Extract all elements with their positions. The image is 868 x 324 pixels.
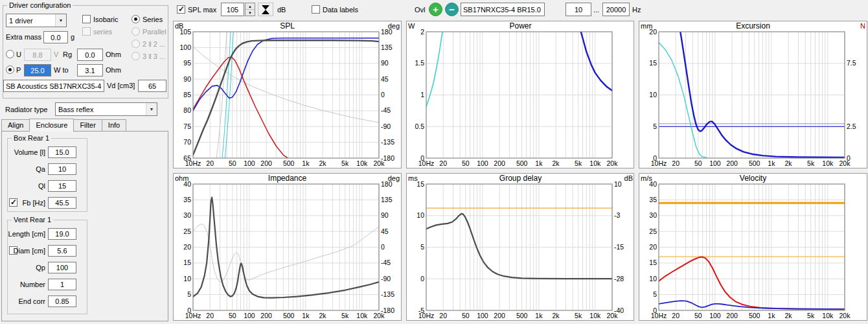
add-overlay-button[interactable]: + (429, 3, 442, 16)
svg-text:75: 75 (183, 122, 191, 130)
stepper-down-icon[interactable]: ▼ (246, 10, 255, 16)
svg-text:200: 200 (260, 159, 272, 167)
end-corr-input[interactable]: 0.85 (48, 295, 76, 307)
svg-text:10k: 10k (356, 159, 368, 167)
power-mode-radio[interactable] (6, 65, 14, 74)
svg-text:Velocity: Velocity (740, 174, 766, 183)
svg-text:45: 45 (381, 75, 389, 83)
w-to-label: W to (54, 66, 69, 74)
stepper-up-icon[interactable]: ▲ (246, 3, 255, 10)
svg-text:500: 500 (516, 312, 528, 319)
radiator-type-select[interactable]: Bass reflex ▼ (55, 102, 157, 116)
driver-name-input[interactable]: SB Acoustics SB17NRXC35-4 (3, 80, 104, 92)
length-input[interactable]: 19.0 (48, 228, 76, 240)
svg-text:35: 35 (183, 196, 191, 203)
series-checkbox (82, 27, 91, 36)
voltage-mode-radio[interactable] (6, 50, 14, 58)
svg-text:1k: 1k (768, 159, 776, 167)
svg-text:90: 90 (381, 211, 389, 219)
vent-rear-group: Vent Rear 1 Length [cm] 19.0 Diam [cm] 5… (7, 220, 87, 314)
enclosure-tab-panel: Box Rear 1 Volume [l] 15.0 Qa 10 Ql 15 F… (1, 131, 168, 321)
qa-input[interactable]: 10 (48, 163, 76, 175)
number-input[interactable]: 1 (48, 279, 76, 290)
parallel-radio (131, 27, 140, 36)
fb-checkbox[interactable] (9, 198, 17, 207)
rg-input[interactable]: 0.0 (77, 49, 103, 61)
group-delay-chart: -5-400-285-1510-3151010Hz20501002005001k… (407, 174, 634, 320)
ql-input[interactable]: 15 (48, 180, 76, 192)
volume-input[interactable]: 15.0 (48, 146, 76, 158)
svg-text:10k: 10k (589, 159, 601, 167)
freq-min-input[interactable]: 10 (565, 3, 591, 16)
isobaric-checkbox[interactable] (82, 15, 91, 23)
svg-text:50: 50 (229, 312, 236, 319)
svg-text:10: 10 (650, 91, 657, 98)
data-labels-checkbox[interactable] (312, 5, 320, 14)
svg-text:20k: 20k (374, 312, 385, 319)
voltage-input: 8.8 (24, 49, 51, 61)
remove-overlay-button[interactable]: − (445, 3, 459, 16)
rg-unit: Ohm (106, 51, 121, 58)
svg-text:-90: -90 (381, 122, 391, 130)
svg-text:2k: 2k (319, 312, 327, 319)
svg-text:deg: deg (388, 174, 400, 182)
spl-max-stepper[interactable]: ▲ ▼ (245, 3, 255, 16)
series-radio-label: Series (143, 16, 163, 23)
spl-vent-output-curve (193, 57, 290, 159)
impedance-chart-panel: 0-1805-13510-9015-4520025453090351354018… (173, 173, 402, 321)
excursion-chart-panel: 0052.510157.52010Hz20501002005001k2k5k10… (639, 21, 867, 168)
radiator-type-label: Radiator type (5, 106, 47, 113)
svg-text:50: 50 (694, 159, 702, 167)
svg-text:200: 200 (727, 312, 738, 319)
three-parallel-radio (131, 52, 140, 60)
svg-text:Impedance: Impedance (268, 174, 307, 183)
tab-enclosure[interactable]: Enclosure (29, 119, 74, 132)
svg-text:50: 50 (229, 159, 236, 167)
svg-text:10: 10 (614, 180, 622, 188)
svg-text:100: 100 (477, 159, 488, 167)
svg-text:15: 15 (650, 59, 657, 67)
freq-max-input[interactable]: 20000 (602, 3, 630, 16)
voltage-mode-label: U (16, 51, 21, 58)
power-input[interactable]: 25.0 (24, 64, 51, 76)
svg-text:50: 50 (462, 159, 470, 167)
driver-count-select[interactable]: 1 driver ▼ (6, 14, 67, 27)
fb-label: Fb [Hz] (18, 199, 45, 207)
excursion-vent-curve (659, 43, 707, 158)
spl-max-input[interactable]: 105 (221, 3, 244, 16)
vd-label: Vd [cm3] (107, 82, 135, 89)
svg-text:20: 20 (183, 243, 191, 251)
svg-text:20k: 20k (839, 312, 851, 319)
svg-text:10: 10 (183, 275, 191, 283)
spl-max-checkbox[interactable] (177, 5, 185, 14)
vd-input[interactable]: 65 (138, 80, 166, 92)
tab-align[interactable]: Align (1, 119, 30, 132)
svg-text:5k: 5k (575, 159, 582, 167)
svg-text:80: 80 (183, 106, 191, 114)
svg-text:25: 25 (183, 227, 191, 235)
overlay-name-input[interactable]: SB17NRXC35-4 BR15.0 (461, 3, 545, 16)
fb-input[interactable]: 45.5 (48, 197, 76, 209)
svg-text:1.5: 1.5 (415, 59, 424, 67)
svg-text:30: 30 (183, 211, 191, 219)
series-radio[interactable] (131, 15, 140, 23)
svg-text:2k: 2k (785, 312, 793, 319)
tab-info[interactable]: Info (102, 119, 126, 132)
tab-filter[interactable]: Filter (73, 119, 102, 132)
group-delay-chart-panel: -5-400-285-1510-3151010Hz20501002005001k… (406, 173, 635, 321)
load-input[interactable]: 3.1 (77, 64, 103, 76)
qp-label: Qp (8, 264, 45, 272)
svg-text:20: 20 (672, 312, 680, 319)
excursion-cone-excursion-curve (659, 21, 845, 157)
autoscale-button[interactable] (258, 3, 273, 16)
svg-text:200: 200 (727, 159, 738, 167)
svg-text:SPL: SPL (280, 21, 295, 30)
svg-text:10Hz: 10Hz (651, 312, 667, 319)
svg-text:5: 5 (187, 290, 191, 298)
qp-input[interactable]: 100 (48, 262, 76, 273)
extra-mass-input[interactable]: 0.0 (43, 31, 68, 43)
svg-text:7.5: 7.5 (847, 59, 856, 67)
svg-text:W: W (408, 22, 415, 30)
svg-text:500: 500 (283, 312, 295, 319)
diam-input[interactable]: 5.6 (48, 245, 76, 257)
